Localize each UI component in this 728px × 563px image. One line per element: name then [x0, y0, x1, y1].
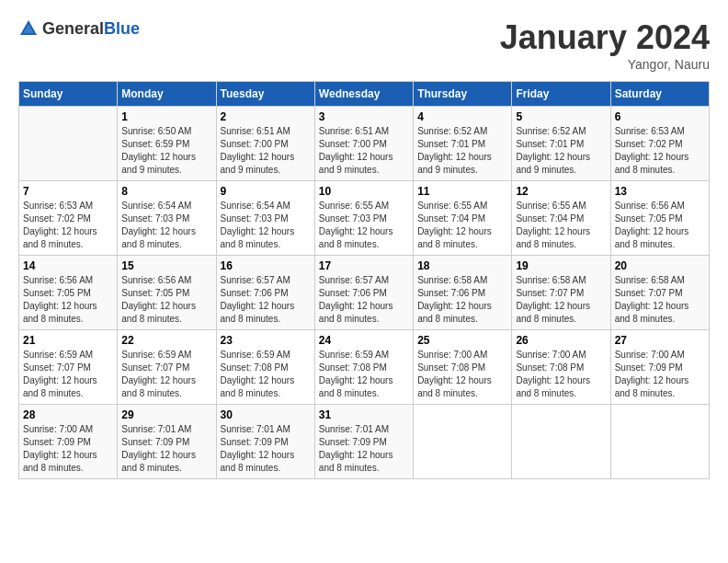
- calendar-cell: 29Sunrise: 7:01 AMSunset: 7:09 PMDayligh…: [118, 405, 216, 479]
- logo-general: General: [42, 19, 104, 38]
- calendar-cell: 2Sunrise: 6:51 AMSunset: 7:00 PMDaylight…: [216, 107, 314, 181]
- calendar-cell: 14Sunrise: 6:56 AMSunset: 7:05 PMDayligh…: [19, 256, 118, 330]
- day-info: Sunrise: 6:57 AMSunset: 7:06 PMDaylight:…: [221, 274, 311, 326]
- day-info: Sunrise: 6:59 AMSunset: 7:07 PMDaylight:…: [121, 349, 211, 400]
- calendar-cell: 26Sunrise: 7:00 AMSunset: 7:08 PMDayligh…: [512, 330, 610, 405]
- day-info: Sunrise: 6:54 AMSunset: 7:03 PMDaylight:…: [221, 200, 311, 251]
- column-header-tuesday: Tuesday: [216, 82, 314, 107]
- day-number: 26: [516, 334, 606, 347]
- day-number: 10: [319, 185, 409, 198]
- day-number: 11: [417, 185, 507, 198]
- day-info: Sunrise: 7:00 AMSunset: 7:08 PMDaylight:…: [417, 349, 507, 400]
- day-info: Sunrise: 6:56 AMSunset: 7:05 PMDaylight:…: [23, 274, 113, 326]
- calendar-cell: 28Sunrise: 7:00 AMSunset: 7:09 PMDayligh…: [19, 405, 118, 479]
- calendar-cell: 11Sunrise: 6:55 AMSunset: 7:04 PMDayligh…: [414, 181, 512, 256]
- day-number: 28: [23, 408, 113, 421]
- calendar-cell: 19Sunrise: 6:58 AMSunset: 7:07 PMDayligh…: [512, 256, 610, 330]
- page-header: GeneralBlue January 2024 Yangor, Nauru: [18, 18, 710, 72]
- day-number: 22: [121, 334, 211, 347]
- day-number: 18: [417, 259, 507, 272]
- day-number: 16: [221, 259, 311, 272]
- day-info: Sunrise: 7:01 AMSunset: 7:09 PMDaylight:…: [221, 423, 311, 475]
- day-info: Sunrise: 6:51 AMSunset: 7:00 PMDaylight:…: [221, 125, 311, 177]
- location-subtitle: Yangor, Nauru: [500, 57, 710, 72]
- calendar-cell: 24Sunrise: 6:59 AMSunset: 7:08 PMDayligh…: [314, 330, 413, 405]
- day-info: Sunrise: 6:53 AMSunset: 7:02 PMDaylight:…: [615, 125, 705, 177]
- calendar-cell: 27Sunrise: 7:00 AMSunset: 7:09 PMDayligh…: [610, 330, 709, 405]
- day-info: Sunrise: 6:58 AMSunset: 7:06 PMDaylight:…: [417, 274, 507, 326]
- calendar-cell: 8Sunrise: 6:54 AMSunset: 7:03 PMDaylight…: [118, 181, 216, 256]
- calendar-cell: 10Sunrise: 6:55 AMSunset: 7:03 PMDayligh…: [314, 181, 413, 256]
- day-info: Sunrise: 6:53 AMSunset: 7:02 PMDaylight:…: [23, 200, 113, 251]
- day-number: 27: [615, 334, 705, 347]
- calendar-cell: 20Sunrise: 6:58 AMSunset: 7:07 PMDayligh…: [610, 256, 709, 330]
- day-info: Sunrise: 6:50 AMSunset: 6:59 PMDaylight:…: [121, 125, 211, 177]
- column-header-sunday: Sunday: [19, 82, 118, 107]
- calendar-cell: 30Sunrise: 7:01 AMSunset: 7:09 PMDayligh…: [216, 405, 314, 479]
- title-area: January 2024 Yangor, Nauru: [500, 18, 710, 72]
- day-info: Sunrise: 6:59 AMSunset: 7:07 PMDaylight:…: [23, 349, 113, 400]
- column-header-saturday: Saturday: [610, 82, 709, 107]
- day-number: 30: [221, 408, 311, 421]
- day-number: 6: [615, 110, 705, 123]
- calendar-cell: [610, 405, 709, 479]
- column-header-monday: Monday: [118, 82, 216, 107]
- day-number: 8: [121, 185, 211, 198]
- day-info: Sunrise: 6:56 AMSunset: 7:05 PMDaylight:…: [615, 200, 705, 251]
- day-number: 3: [319, 110, 409, 123]
- calendar-body: 1Sunrise: 6:50 AMSunset: 6:59 PMDaylight…: [19, 107, 710, 479]
- day-info: Sunrise: 6:58 AMSunset: 7:07 PMDaylight:…: [516, 274, 606, 326]
- calendar-week-3: 14Sunrise: 6:56 AMSunset: 7:05 PMDayligh…: [19, 256, 710, 330]
- day-info: Sunrise: 7:00 AMSunset: 7:09 PMDaylight:…: [23, 423, 113, 475]
- day-info: Sunrise: 6:51 AMSunset: 7:00 PMDaylight:…: [319, 125, 409, 177]
- day-number: 1: [121, 110, 211, 123]
- calendar-cell: 5Sunrise: 6:52 AMSunset: 7:01 PMDaylight…: [512, 107, 610, 181]
- calendar-table: SundayMondayTuesdayWednesdayThursdayFrid…: [18, 81, 710, 479]
- day-number: 17: [319, 259, 409, 272]
- calendar-cell: 23Sunrise: 6:59 AMSunset: 7:08 PMDayligh…: [216, 330, 314, 405]
- day-number: 4: [417, 110, 507, 123]
- day-info: Sunrise: 6:55 AMSunset: 7:04 PMDaylight:…: [417, 200, 507, 251]
- calendar-week-5: 28Sunrise: 7:00 AMSunset: 7:09 PMDayligh…: [19, 405, 710, 479]
- day-number: 14: [23, 259, 113, 272]
- month-title: January 2024: [500, 18, 710, 57]
- day-number: 2: [221, 110, 311, 123]
- calendar-cell: 6Sunrise: 6:53 AMSunset: 7:02 PMDaylight…: [610, 107, 709, 181]
- day-number: 7: [23, 185, 113, 198]
- calendar-cell: 13Sunrise: 6:56 AMSunset: 7:05 PMDayligh…: [610, 181, 709, 256]
- day-info: Sunrise: 6:55 AMSunset: 7:04 PMDaylight:…: [516, 200, 606, 251]
- day-info: Sunrise: 6:58 AMSunset: 7:07 PMDaylight:…: [615, 274, 705, 326]
- day-info: Sunrise: 7:01 AMSunset: 7:09 PMDaylight:…: [121, 423, 211, 475]
- calendar-cell: 15Sunrise: 6:56 AMSunset: 7:05 PMDayligh…: [118, 256, 216, 330]
- day-number: 25: [417, 334, 507, 347]
- calendar-week-2: 7Sunrise: 6:53 AMSunset: 7:02 PMDaylight…: [19, 181, 710, 256]
- logo: GeneralBlue: [18, 18, 140, 39]
- day-info: Sunrise: 6:54 AMSunset: 7:03 PMDaylight:…: [121, 200, 211, 251]
- day-number: 9: [221, 185, 311, 198]
- day-info: Sunrise: 6:55 AMSunset: 7:03 PMDaylight:…: [319, 200, 409, 251]
- calendar-cell: 22Sunrise: 6:59 AMSunset: 7:07 PMDayligh…: [118, 330, 216, 405]
- day-info: Sunrise: 6:56 AMSunset: 7:05 PMDaylight:…: [121, 274, 211, 326]
- day-info: Sunrise: 7:01 AMSunset: 7:09 PMDaylight:…: [319, 423, 409, 475]
- day-number: 19: [516, 259, 606, 272]
- day-info: Sunrise: 6:59 AMSunset: 7:08 PMDaylight:…: [221, 349, 311, 400]
- calendar-cell: [414, 405, 512, 479]
- calendar-cell: 9Sunrise: 6:54 AMSunset: 7:03 PMDaylight…: [216, 181, 314, 256]
- calendar-cell: 3Sunrise: 6:51 AMSunset: 7:00 PMDaylight…: [314, 107, 413, 181]
- day-info: Sunrise: 7:00 AMSunset: 7:09 PMDaylight:…: [615, 349, 705, 400]
- day-number: 13: [615, 185, 705, 198]
- day-number: 21: [23, 334, 113, 347]
- calendar-header-row: SundayMondayTuesdayWednesdayThursdayFrid…: [19, 82, 710, 107]
- day-info: Sunrise: 7:00 AMSunset: 7:08 PMDaylight:…: [516, 349, 606, 400]
- day-number: 12: [516, 185, 606, 198]
- day-info: Sunrise: 6:57 AMSunset: 7:06 PMDaylight:…: [319, 274, 409, 326]
- day-number: 24: [319, 334, 409, 347]
- column-header-friday: Friday: [512, 82, 610, 107]
- calendar-cell: 1Sunrise: 6:50 AMSunset: 6:59 PMDaylight…: [118, 107, 216, 181]
- calendar-cell: 31Sunrise: 7:01 AMSunset: 7:09 PMDayligh…: [314, 405, 413, 479]
- day-number: 5: [516, 110, 606, 123]
- calendar-cell: [512, 405, 610, 479]
- day-number: 29: [121, 408, 211, 421]
- day-info: Sunrise: 6:52 AMSunset: 7:01 PMDaylight:…: [417, 125, 507, 177]
- calendar-cell: 7Sunrise: 6:53 AMSunset: 7:02 PMDaylight…: [19, 181, 118, 256]
